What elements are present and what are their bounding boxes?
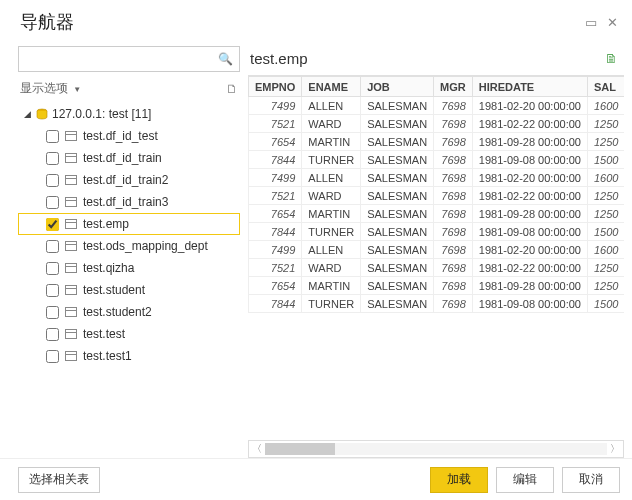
select-related-button[interactable]: 选择相关表 xyxy=(18,467,100,493)
tree-item[interactable]: test.emp xyxy=(18,213,240,235)
table-row[interactable]: 7499ALLENSALESMAN76981981-02-20 00:00:00… xyxy=(249,97,625,115)
load-button[interactable]: 加载 xyxy=(430,467,488,493)
column-header[interactable]: ENAME xyxy=(302,77,361,97)
column-header[interactable]: SAL xyxy=(587,77,624,97)
tree-item[interactable]: test.df_id_test xyxy=(18,125,240,147)
table-row[interactable]: 7844TURNERSALESMAN76981981-09-08 00:00:0… xyxy=(249,151,625,169)
table-cell: 1981-02-20 00:00:00 xyxy=(472,169,587,187)
cancel-button[interactable]: 取消 xyxy=(562,467,620,493)
table-cell: SALESMAN xyxy=(361,115,434,133)
table-cell: 1981-09-28 00:00:00 xyxy=(472,205,587,223)
table-icon xyxy=(65,197,77,207)
table-cell: 1981-02-22 00:00:00 xyxy=(472,259,587,277)
column-header[interactable]: MGR xyxy=(434,77,473,97)
tree-item-checkbox[interactable] xyxy=(46,284,59,297)
table-cell: WARD xyxy=(302,259,361,277)
table-cell: 1981-09-28 00:00:00 xyxy=(472,133,587,151)
table-cell: WARD xyxy=(302,115,361,133)
table-cell: 7521 xyxy=(249,187,302,205)
table-cell: MARTIN xyxy=(302,277,361,295)
table-cell: SALESMAN xyxy=(361,295,434,313)
table-icon xyxy=(65,175,77,185)
data-grid: EMPNOENAMEJOBMGRHIREDATESALC7499ALLENSAL… xyxy=(248,76,624,313)
refresh-icon[interactable]: 🗋 xyxy=(226,82,238,96)
table-icon xyxy=(65,307,77,317)
tree-item-checkbox[interactable] xyxy=(46,130,59,143)
tree-item-label: test.test xyxy=(83,327,125,341)
tree-item-checkbox[interactable] xyxy=(46,350,59,363)
tree-item-checkbox[interactable] xyxy=(46,196,59,209)
close-icon[interactable]: ✕ xyxy=(607,15,618,30)
left-panel: 🔍 显示选项 ▼ 🗋 ◢127.0.0.1: test [11]test.df_… xyxy=(18,40,240,458)
column-header[interactable]: EMPNO xyxy=(249,77,302,97)
tree-item[interactable]: test.df_id_train xyxy=(18,147,240,169)
table-cell: 1600 xyxy=(587,241,624,259)
tree-item-label: test.df_id_train2 xyxy=(83,173,168,187)
tree-item[interactable]: test.student xyxy=(18,279,240,301)
tree-item-label: test.df_id_train3 xyxy=(83,195,168,209)
tree-item[interactable]: test.df_id_train2 xyxy=(18,169,240,191)
tree-item-checkbox[interactable] xyxy=(46,306,59,319)
table-cell: ALLEN xyxy=(302,97,361,115)
column-header[interactable]: JOB xyxy=(361,77,434,97)
edit-button[interactable]: 编辑 xyxy=(496,467,554,493)
table-icon xyxy=(65,153,77,163)
table-row[interactable]: 7654MARTINSALESMAN76981981-09-28 00:00:0… xyxy=(249,277,625,295)
table-cell: 7698 xyxy=(434,133,473,151)
table-row[interactable]: 7654MARTINSALESMAN76981981-09-28 00:00:0… xyxy=(249,133,625,151)
tree-item[interactable]: test.ods_mapping_dept xyxy=(18,235,240,257)
table-cell: 7698 xyxy=(434,97,473,115)
scroll-left-icon[interactable]: 〈 xyxy=(249,442,265,456)
table-cell: TURNER xyxy=(302,295,361,313)
table-cell: 1981-09-08 00:00:00 xyxy=(472,223,587,241)
table-cell: 1250 xyxy=(587,133,624,151)
tree-item-label: test.test1 xyxy=(83,349,132,363)
column-header[interactable]: HIREDATE xyxy=(472,77,587,97)
table-cell: 1600 xyxy=(587,169,624,187)
tree-root[interactable]: ◢127.0.0.1: test [11] xyxy=(18,103,240,125)
tree-item-checkbox[interactable] xyxy=(46,174,59,187)
collapse-icon[interactable]: ◢ xyxy=(22,109,32,119)
scroll-track[interactable] xyxy=(265,443,607,455)
search-icon[interactable]: 🔍 xyxy=(218,52,233,66)
search-input[interactable] xyxy=(25,52,218,66)
tree-item-checkbox[interactable] xyxy=(46,218,59,231)
table-row[interactable]: 7521WARDSALESMAN76981981-02-22 00:00:001… xyxy=(249,115,625,133)
tree-item-label: test.qizha xyxy=(83,261,134,275)
table-icon xyxy=(65,263,77,273)
table-cell: 7521 xyxy=(249,115,302,133)
table-cell: 1250 xyxy=(587,277,624,295)
horizontal-scrollbar[interactable]: 〈 〉 xyxy=(248,440,624,458)
tree-item[interactable]: test.test1 xyxy=(18,345,240,367)
table-cell: 7499 xyxy=(249,241,302,259)
tree-item[interactable]: test.student2 xyxy=(18,301,240,323)
table-row[interactable]: 7654MARTINSALESMAN76981981-09-28 00:00:0… xyxy=(249,205,625,223)
tree-item-checkbox[interactable] xyxy=(46,240,59,253)
table-row[interactable]: 7844TURNERSALESMAN76981981-09-08 00:00:0… xyxy=(249,295,625,313)
table-cell: 1500 xyxy=(587,151,624,169)
table-row[interactable]: 7499ALLENSALESMAN76981981-02-20 00:00:00… xyxy=(249,169,625,187)
preview-action-icon[interactable]: 🗎 xyxy=(605,51,618,66)
tree-item[interactable]: test.test xyxy=(18,323,240,345)
table-row[interactable]: 7499ALLENSALESMAN76981981-02-20 00:00:00… xyxy=(249,241,625,259)
tree-item-checkbox[interactable] xyxy=(46,262,59,275)
minimize-icon[interactable]: ▭ xyxy=(585,15,597,30)
display-options[interactable]: 显示选项 ▼ xyxy=(20,80,81,97)
scroll-right-icon[interactable]: 〉 xyxy=(607,442,623,456)
search-box[interactable]: 🔍 xyxy=(18,46,240,72)
tree-item-checkbox[interactable] xyxy=(46,328,59,341)
table-row[interactable]: 7521WARDSALESMAN76981981-02-22 00:00:001… xyxy=(249,187,625,205)
table-row[interactable]: 7844TURNERSALESMAN76981981-09-08 00:00:0… xyxy=(249,223,625,241)
scroll-thumb[interactable] xyxy=(265,443,335,455)
tree-item[interactable]: test.qizha xyxy=(18,257,240,279)
tree-item-checkbox[interactable] xyxy=(46,152,59,165)
table-row[interactable]: 7521WARDSALESMAN76981981-02-22 00:00:001… xyxy=(249,259,625,277)
tree-root-label: 127.0.0.1: test [11] xyxy=(52,107,151,121)
table-cell: 7698 xyxy=(434,205,473,223)
tree-item[interactable]: test.df_id_train3 xyxy=(18,191,240,213)
table-cell: SALESMAN xyxy=(361,205,434,223)
table-cell: 1981-09-08 00:00:00 xyxy=(472,295,587,313)
table-cell: 1981-09-28 00:00:00 xyxy=(472,277,587,295)
table-cell: SALESMAN xyxy=(361,133,434,151)
table-cell: 7844 xyxy=(249,223,302,241)
